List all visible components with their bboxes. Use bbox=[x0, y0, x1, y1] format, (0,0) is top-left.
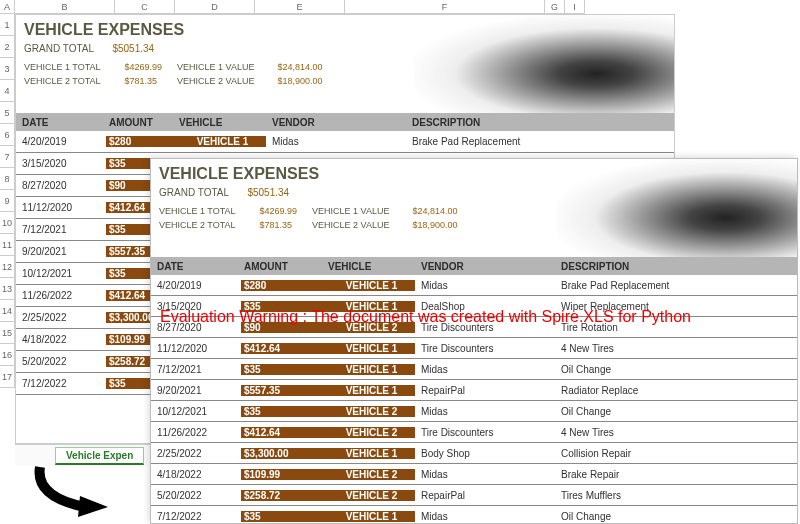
cell-amount[interactable]: $412.64 bbox=[241, 427, 325, 438]
cell-date[interactable]: 9/20/2021 bbox=[151, 385, 241, 396]
cell-vendor[interactable]: Midas bbox=[415, 511, 555, 522]
cell-amount[interactable]: $280 bbox=[241, 280, 325, 291]
cell-vehicle[interactable]: VEHICLE 2 bbox=[325, 490, 415, 501]
cell-date[interactable]: 3/15/2020 bbox=[16, 158, 106, 169]
cell-date[interactable]: 7/12/2022 bbox=[151, 511, 241, 522]
table-row[interactable]: 11/26/2022$412.64VEHICLE 2Tire Discounte… bbox=[151, 422, 797, 443]
table-row[interactable]: 10/12/2021$35VEHICLE 2MidasOil Change bbox=[151, 401, 797, 422]
col-vehicle[interactable]: VEHICLE bbox=[176, 117, 266, 128]
cell-amount[interactable]: $280 bbox=[106, 136, 176, 147]
cell-vehicle[interactable]: VEHICLE 1 bbox=[325, 511, 415, 522]
cell-description[interactable]: Oil Change bbox=[555, 364, 797, 375]
table-row[interactable]: 11/12/2020$412.64VEHICLE 1Tire Discounte… bbox=[151, 338, 797, 359]
col-letter[interactable]: G bbox=[545, 0, 565, 14]
cell-vendor[interactable]: Tire Discounters bbox=[415, 322, 555, 333]
cell-date[interactable]: 4/18/2022 bbox=[151, 469, 241, 480]
row-number[interactable]: 13 bbox=[0, 278, 15, 300]
cell-vendor[interactable]: Midas bbox=[266, 136, 406, 147]
col-description[interactable]: DESCRIPTION bbox=[406, 117, 674, 128]
cell-description[interactable]: Tires Mufflers bbox=[555, 490, 797, 501]
cell-vendor[interactable]: DealShop bbox=[415, 301, 555, 312]
cell-vehicle[interactable]: VEHICLE 1 bbox=[325, 364, 415, 375]
cell-description[interactable]: 4 New Tires bbox=[555, 427, 797, 438]
row-number[interactable]: 16 bbox=[0, 344, 15, 366]
cell-date[interactable]: 5/20/2022 bbox=[16, 356, 106, 367]
table-row[interactable]: 5/20/2022$258.72VEHICLE 2RepairPalTires … bbox=[151, 485, 797, 506]
col-vehicle[interactable]: VEHICLE bbox=[325, 261, 415, 272]
cell-vehicle[interactable]: VEHICLE 1 bbox=[325, 343, 415, 354]
cell-date[interactable]: 5/20/2022 bbox=[151, 490, 241, 501]
cell-amount[interactable]: $258.72 bbox=[241, 490, 325, 501]
cell-amount[interactable]: $3,300.00 bbox=[241, 448, 325, 459]
table-row[interactable]: 4/20/2019$280VEHICLE 1MidasBrake Pad Rep… bbox=[16, 131, 674, 153]
cell-vendor[interactable]: Midas bbox=[415, 469, 555, 480]
cell-date[interactable]: 9/20/2021 bbox=[16, 246, 106, 257]
cell-amount[interactable]: $35 bbox=[241, 301, 325, 312]
col-letter[interactable]: C bbox=[115, 0, 175, 14]
cell-date[interactable]: 7/12/2021 bbox=[16, 224, 106, 235]
col-vendor[interactable]: VENDOR bbox=[266, 117, 406, 128]
cell-description[interactable]: Oil Change bbox=[555, 406, 797, 417]
cell-amount[interactable]: $557.35 bbox=[241, 385, 325, 396]
table-row[interactable]: 4/20/2019$280VEHICLE 1MidasBrake Pad Rep… bbox=[151, 275, 797, 296]
row-number[interactable]: 6 bbox=[0, 124, 15, 146]
cell-description[interactable]: Wiper Replacement bbox=[555, 301, 797, 312]
col-amount[interactable]: AMOUNT bbox=[241, 261, 325, 272]
cell-vehicle[interactable]: VEHICLE 2 bbox=[325, 469, 415, 480]
row-number[interactable]: 7 bbox=[0, 146, 15, 168]
row-number[interactable]: 17 bbox=[0, 366, 15, 388]
table-row[interactable]: 4/18/2022$109.99VEHICLE 2MidasBrake Repa… bbox=[151, 464, 797, 485]
cell-vendor[interactable]: Tire Discounters bbox=[415, 427, 555, 438]
cell-description[interactable]: Brake Pad Replacement bbox=[406, 136, 674, 147]
col-letter[interactable]: F bbox=[345, 0, 545, 14]
col-date[interactable]: DATE bbox=[151, 261, 241, 272]
cell-date[interactable]: 11/26/2022 bbox=[16, 290, 106, 301]
col-date[interactable]: DATE bbox=[16, 117, 106, 128]
cell-date[interactable]: 4/20/2019 bbox=[16, 136, 106, 147]
cell-description[interactable]: Brake Repair bbox=[555, 469, 797, 480]
row-number[interactable]: 15 bbox=[0, 322, 15, 344]
row-number[interactable]: 4 bbox=[0, 80, 15, 102]
row-number[interactable]: 10 bbox=[0, 212, 15, 234]
cell-date[interactable]: 11/26/2022 bbox=[151, 427, 241, 438]
col-letter[interactable]: E bbox=[255, 0, 345, 14]
col-letter[interactable]: I bbox=[565, 0, 585, 14]
cell-amount[interactable]: $35 bbox=[241, 511, 325, 522]
table-row[interactable]: 8/27/2020$90VEHICLE 2Tire DiscountersTir… bbox=[151, 317, 797, 338]
row-number[interactable]: 9 bbox=[0, 190, 15, 212]
table-row[interactable]: 7/12/2022$35VEHICLE 1MidasOil Change bbox=[151, 506, 797, 524]
cell-description[interactable]: 4 New Tires bbox=[555, 343, 797, 354]
col-letter[interactable]: A bbox=[0, 0, 15, 14]
cell-amount[interactable]: $412.64 bbox=[241, 343, 325, 354]
cell-amount[interactable]: $90 bbox=[241, 322, 325, 333]
row-number[interactable]: 11 bbox=[0, 234, 15, 256]
cell-amount[interactable]: $109.99 bbox=[241, 469, 325, 480]
table-row[interactable]: 7/12/2021$35VEHICLE 1MidasOil Change bbox=[151, 359, 797, 380]
cell-date[interactable]: 11/12/2020 bbox=[16, 202, 106, 213]
cell-date[interactable]: 8/27/2020 bbox=[151, 322, 241, 333]
col-amount[interactable]: AMOUNT bbox=[106, 117, 176, 128]
cell-amount[interactable]: $35 bbox=[241, 406, 325, 417]
cell-description[interactable]: Radiator Replace bbox=[555, 385, 797, 396]
cell-date[interactable]: 10/12/2021 bbox=[151, 406, 241, 417]
cell-description[interactable]: Oil Change bbox=[555, 511, 797, 522]
cell-date[interactable]: 7/12/2021 bbox=[151, 364, 241, 375]
col-vendor[interactable]: VENDOR bbox=[415, 261, 555, 272]
cell-date[interactable]: 8/27/2020 bbox=[16, 180, 106, 191]
cell-vendor[interactable]: Tire Discounters bbox=[415, 343, 555, 354]
row-number[interactable]: 12 bbox=[0, 256, 15, 278]
cell-date[interactable]: 4/20/2019 bbox=[151, 280, 241, 291]
cell-description[interactable]: Tire Rotation bbox=[555, 322, 797, 333]
cell-date[interactable]: 10/12/2021 bbox=[16, 268, 106, 279]
table-row[interactable]: 2/25/2022$3,300.00VEHICLE 1Body ShopColl… bbox=[151, 443, 797, 464]
table-row[interactable]: 9/20/2021$557.35VEHICLE 1RepairPalRadiat… bbox=[151, 380, 797, 401]
cell-vendor[interactable]: Midas bbox=[415, 406, 555, 417]
col-letter[interactable]: D bbox=[175, 0, 255, 14]
cell-description[interactable]: Collision Repair bbox=[555, 448, 797, 459]
cell-vendor[interactable]: RepairPal bbox=[415, 385, 555, 396]
cell-vendor[interactable]: RepairPal bbox=[415, 490, 555, 501]
cell-vehicle[interactable]: VEHICLE 2 bbox=[325, 427, 415, 438]
cell-date[interactable]: 11/12/2020 bbox=[151, 343, 241, 354]
cell-vehicle[interactable]: VEHICLE 1 bbox=[325, 448, 415, 459]
cell-vehicle[interactable]: VEHICLE 1 bbox=[325, 385, 415, 396]
